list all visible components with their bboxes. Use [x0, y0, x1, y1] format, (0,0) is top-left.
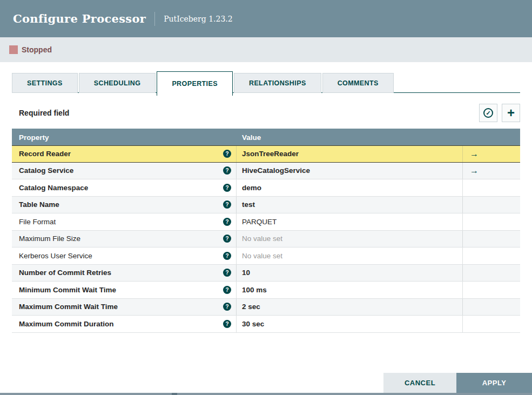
table-row[interactable]: Catalog Namespace ? demo	[12, 179, 520, 197]
dialog-title: Configure Processor	[13, 12, 146, 25]
stopped-status-icon	[9, 45, 18, 54]
table-row[interactable]: Kerberos User Service ? No value set	[12, 247, 520, 265]
help-icon[interactable]: ?	[223, 252, 231, 260]
property-value[interactable]: No value set	[242, 235, 282, 243]
help-icon[interactable]: ?	[223, 166, 231, 175]
property-value[interactable]: JsonTreeReader	[242, 150, 299, 158]
property-name: Record Reader	[19, 150, 71, 158]
table-row[interactable]: Record Reader ? JsonTreeReader →	[12, 145, 520, 163]
property-value[interactable]: test	[242, 200, 255, 209]
toolbar-buttons: ✓ +	[479, 104, 520, 122]
property-name: File Format	[19, 218, 56, 226]
property-name: Kerberos User Service	[19, 252, 92, 260]
plus-icon: +	[507, 106, 515, 119]
tab-comments[interactable]: COMMENTS	[322, 73, 394, 93]
title-separator	[154, 12, 155, 26]
table-row[interactable]: File Format ? PARQUET	[12, 213, 520, 231]
help-icon[interactable]: ?	[223, 303, 231, 311]
dialog-header: Configure Processor PutIceberg 1.23.2	[0, 0, 532, 37]
table-row[interactable]: Maximum File Size ? No value set	[12, 231, 520, 248]
dialog-footer: CANCEL APPLY	[383, 373, 532, 393]
processor-name-version: PutIceberg 1.23.2	[164, 15, 233, 23]
tab-bar: SETTINGS SCHEDULING PROPERTIES RELATIONS…	[12, 71, 520, 96]
table-row[interactable]: Minimum Commit Wait Time ? 100 ms	[12, 282, 520, 299]
column-header-property: Property	[12, 133, 237, 142]
table-row[interactable]: Table Name ? test	[12, 197, 520, 214]
add-property-button[interactable]: +	[502, 104, 520, 122]
property-value[interactable]: No value set	[242, 252, 282, 260]
property-name: Catalog Service	[19, 166, 73, 175]
apply-button[interactable]: APPLY	[456, 373, 532, 393]
help-icon[interactable]: ?	[223, 320, 231, 328]
verify-properties-button[interactable]: ✓	[479, 104, 497, 122]
property-name: Catalog Namespace	[19, 184, 88, 192]
dialog-body: SETTINGS SCHEDULING PROPERTIES RELATIONS…	[0, 71, 532, 333]
help-icon[interactable]: ?	[223, 269, 231, 277]
property-value[interactable]: PARQUET	[242, 218, 277, 226]
status-label: Stopped	[22, 45, 52, 54]
table-row[interactable]: Maximum Commit Wait Time ? 2 sec	[12, 299, 520, 316]
canvas-edge-strip	[0, 393, 532, 395]
property-value[interactable]: demo	[242, 184, 261, 192]
help-icon[interactable]: ?	[223, 200, 231, 209]
goto-service-icon[interactable]: →	[470, 166, 479, 176]
check-circle-icon: ✓	[483, 108, 493, 118]
help-icon[interactable]: ?	[223, 218, 231, 226]
cancel-button[interactable]: CANCEL	[383, 373, 456, 393]
properties-toolbar: Required field ✓ +	[12, 104, 520, 122]
canvas-edge-tick	[172, 393, 177, 395]
column-header-value: Value	[237, 133, 463, 142]
property-name: Maximum Commit Duration	[19, 320, 114, 328]
property-name: Number of Commit Retries	[19, 269, 111, 277]
tab-settings[interactable]: SETTINGS	[12, 73, 78, 93]
help-icon[interactable]: ?	[223, 150, 231, 158]
properties-table: Property Value Record Reader ? JsonTreeR…	[12, 129, 520, 333]
property-name: Minimum Commit Wait Time	[19, 286, 116, 294]
help-icon[interactable]: ?	[223, 184, 231, 192]
status-bar: Stopped	[0, 37, 532, 62]
tab-scheduling[interactable]: SCHEDULING	[79, 73, 156, 93]
table-row[interactable]: Maximum Commit Duration ? 30 sec	[12, 316, 520, 333]
property-value[interactable]: 10	[242, 269, 250, 277]
property-value[interactable]: 100 ms	[242, 286, 267, 294]
property-name: Table Name	[19, 200, 59, 209]
table-row[interactable]: Catalog Service ? HiveCatalogService →	[12, 163, 520, 180]
table-header-row: Property Value	[12, 129, 520, 146]
property-name: Maximum Commit Wait Time	[19, 303, 118, 311]
help-icon[interactable]: ?	[223, 235, 231, 243]
tab-properties[interactable]: PROPERTIES	[157, 71, 233, 96]
tab-relationships[interactable]: RELATIONSHIPS	[234, 73, 321, 93]
table-row[interactable]: Number of Commit Retries ? 10	[12, 265, 520, 282]
required-field-label: Required field	[12, 109, 69, 117]
property-name: Maximum File Size	[19, 235, 80, 243]
help-icon[interactable]: ?	[223, 286, 231, 294]
goto-service-icon[interactable]: →	[470, 149, 479, 159]
property-value[interactable]: HiveCatalogService	[242, 166, 310, 175]
property-value[interactable]: 2 sec	[242, 303, 260, 311]
property-value[interactable]: 30 sec	[242, 320, 264, 328]
